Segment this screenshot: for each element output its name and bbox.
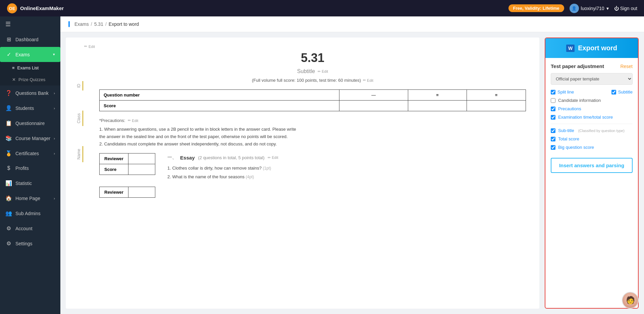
sidebar-exams-sub: ≡ Exams List ✕ Prize Quizzes (0, 62, 60, 85)
sidebar-item-account[interactable]: ⚙ Account (0, 221, 60, 236)
score-table-score: Score (100, 101, 339, 111)
sidebar-item-profits[interactable]: $ Profits (0, 161, 60, 176)
sidebar-label-settings: Settings (15, 241, 33, 246)
sidebar-label-certificates: Certificates (15, 151, 39, 156)
sidebar-toggle[interactable]: ☰ (0, 16, 60, 32)
document-wrapper: ✏ Edit ID Class Name (66, 38, 539, 309)
exam-time-checkbox[interactable] (551, 115, 555, 120)
sidebar-item-statistic[interactable]: 📊 Statistic (0, 176, 60, 191)
course-chevron-icon: › (54, 136, 55, 140)
breadcrumb-sep2: / (105, 21, 107, 27)
questionnaire-icon: 📋 (5, 120, 12, 126)
section-info: (2 questions in total, 5 points total) (198, 155, 264, 160)
section-edit-link[interactable]: ✏ Edit (268, 155, 278, 160)
q2-num: 2. (167, 174, 171, 179)
score-table-icon3: ≡ (467, 90, 526, 101)
sidebar-label-questionnaire: Questionnaire (15, 121, 45, 126)
sidebar-item-dashboard[interactable]: ⊞ Dashboard (0, 32, 60, 47)
divider-1 (551, 124, 633, 124)
questions-icon: ❓ (5, 90, 12, 96)
sidebar-label-home-page: Home Page (15, 196, 40, 201)
sidebar-item-home-page[interactable]: 🏠 Home Page › (0, 191, 60, 206)
score-table-val1 (339, 101, 408, 111)
reset-link[interactable]: Reset (620, 64, 633, 69)
sidebar-label-statistic: Statistic (15, 181, 32, 186)
sidebar-label-students: Students (15, 106, 34, 111)
bottom-avatar[interactable]: 🧑 (622, 292, 639, 309)
subtitle-edit-link[interactable]: ✏ Edit (318, 69, 328, 74)
breadcrumb-exams[interactable]: Exams (74, 21, 89, 27)
signout-label: Sign out (620, 6, 637, 11)
question-list: 1. Clothes collar is dirty, how can remo… (167, 164, 526, 181)
sidebar-item-exams-list[interactable]: ≡ Exams List (0, 62, 60, 74)
admins-icon: 👥 (5, 210, 12, 216)
students-chevron-icon: › (54, 106, 55, 110)
subtitle-edit-icon: ✏ (318, 69, 321, 74)
candidate-info-checkbox[interactable] (551, 98, 555, 103)
score-table-icon2: ≡ (408, 90, 467, 101)
precautions-checkbox[interactable] (551, 107, 555, 111)
user-chevron-icon: ▾ (606, 6, 609, 11)
exam-time-label: Examination time/total score (558, 115, 613, 120)
subtitle-checkbox[interactable] (611, 90, 616, 95)
free-badge: Free, Validity: Lifetime (508, 4, 564, 12)
subtitle-edit-text: Edit (322, 69, 328, 73)
precaution-line-3: 2. Candidates must complete the answer s… (99, 140, 526, 148)
reviewer-value (128, 153, 155, 164)
sidebar-item-questions-bank[interactable]: ❓ Questions Bank › (0, 85, 60, 101)
sidebar-item-sub-admins[interactable]: 👥 Sub Admins (0, 206, 60, 221)
sidebar-item-exams[interactable]: ✓ Exams ▾ (0, 47, 60, 62)
sub-title-row: Sub-title (Classified by question type) (551, 128, 633, 133)
split-line-checkbox[interactable] (551, 90, 555, 95)
sidebar-item-prize-quizzes[interactable]: ✕ Prize Quizzes (0, 74, 60, 85)
total-score-checkbox[interactable] (551, 137, 555, 141)
user-menu[interactable]: 👤 luoxinyi710 ▾ (570, 4, 609, 13)
user-avatar: 👤 (570, 4, 579, 13)
q1-pts: (1pt) (263, 166, 271, 171)
bottom-reviewer-label: Reviewer (100, 187, 128, 198)
breadcrumb: Exams / 5.31 / Export to word (60, 16, 644, 32)
list-icon: ≡ (12, 65, 15, 70)
insert-answers-button[interactable]: Insert answers and parsing (551, 158, 633, 173)
section-num: 一、 (167, 154, 177, 161)
template-select[interactable]: Official paper template (551, 73, 633, 85)
candidate-info-row: Candidate information (551, 98, 633, 103)
split-line-row: Split line Subtitle (551, 89, 633, 95)
exam-time-row: Examination time/total score (551, 115, 633, 120)
candidate-info-label: Candidate information (558, 98, 601, 103)
sub-title-checkbox[interactable] (551, 128, 555, 133)
precautions-edit-link[interactable]: ✏ Edit (128, 118, 138, 123)
right-panel: W Export word Test paper adjustment Rese… (545, 38, 639, 309)
sidebar-item-certificates[interactable]: 🏅 Certificates › (0, 146, 60, 161)
sidebar: ☰ ⊞ Dashboard ✓ Exams ▾ ≡ Exams List ✕ P… (0, 16, 60, 314)
sidebar-item-students[interactable]: 👤 Students › (0, 101, 60, 116)
sidebar-label-dashboard: Dashboard (15, 37, 39, 42)
content-area: Exams / 5.31 / Export to word ✏ Edit (60, 16, 644, 314)
precautions-edit-text: Edit (132, 119, 138, 123)
question-item-1: 1. Clothes collar is dirty, how can remo… (167, 164, 526, 173)
score-table-val3 (467, 101, 526, 111)
sidebar-item-settings[interactable]: ⚙ Settings (0, 236, 60, 251)
sidebar-item-course-manager[interactable]: 📚 Course Manager › (0, 131, 60, 146)
dashboard-icon: ⊞ (5, 36, 12, 43)
section-header: 一、 Essay (2 questions in total, 5 points… (167, 154, 526, 161)
exams-chevron-icon: ▾ (53, 52, 55, 57)
topbar: OE OnlineExamMaker Free, Validity: Lifet… (0, 0, 644, 16)
export-word-button[interactable]: W Export word (545, 38, 638, 58)
bottom-reviewer-value (128, 187, 155, 198)
sidebar-item-questionnaire[interactable]: 📋 Questionnaire (0, 116, 60, 131)
sidebar-label-prize-quizzes: Prize Quizzes (18, 77, 45, 82)
breadcrumb-531[interactable]: 5.31 (94, 21, 103, 27)
edit-top-icon: ✏ (84, 44, 87, 49)
sidebar-label-exams: Exams (15, 52, 30, 57)
breadcrumb-sep1: / (91, 21, 92, 27)
big-question-score-checkbox[interactable] (551, 145, 555, 150)
svg-text:OE: OE (9, 6, 15, 11)
doc-subtitle: Subtitle (297, 68, 315, 74)
q2-pts: (4pt) (246, 175, 254, 179)
signout-button[interactable]: ⏻ Sign out (614, 6, 637, 11)
fullscore-edit-link[interactable]: ✏ Edit (363, 78, 373, 82)
section-row: Reviewer Score 一、 (99, 153, 526, 181)
sidebar-label-exams-list: Exams List (17, 65, 39, 70)
reviewer-table: Reviewer Score (99, 153, 155, 175)
